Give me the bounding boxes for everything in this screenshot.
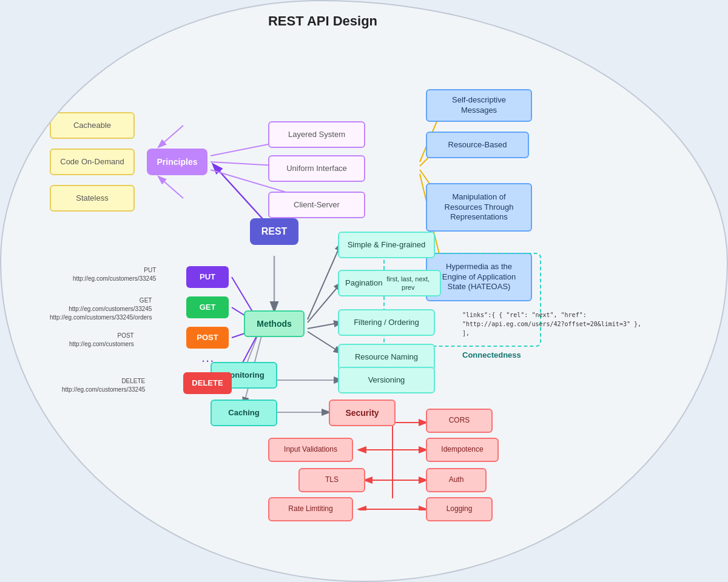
node-auth: Auth [426, 468, 487, 492]
node-principles: Principles [147, 149, 207, 175]
node-manipulation: Manipulation of Resources Through Repres… [426, 183, 532, 232]
get-url-label: GEThttp://eg.com/customers/33245http://e… [50, 296, 152, 322]
svg-line-15 [308, 332, 341, 353]
node-caching: Caching [211, 400, 277, 426]
node-pagination: Paginationfirst, last, next, prev [338, 270, 441, 296]
diagram-container: REST API Design [1, 1, 644, 510]
post-url-label: POSThttp://eg.com/customers [69, 332, 134, 349]
node-client-server: Client-Server [268, 192, 365, 218]
node-self-descriptive: Self-descriptive Messages [426, 89, 532, 122]
node-stateless: Stateless [50, 185, 135, 212]
node-cacheable: Cacheable [50, 112, 135, 139]
node-filtering-ordering: Filtering / Ordering [338, 309, 435, 336]
node-logging: Logging [426, 497, 493, 521]
node-cors: CORS [426, 409, 493, 433]
node-put-button[interactable]: PUT [186, 266, 229, 288]
connectedness-label: Connectedness [462, 350, 521, 360]
node-rest: REST [250, 218, 298, 245]
cloud-background: REST API Design [0, 0, 728, 582]
node-rate-limiting: Rate Limtiting [268, 497, 353, 521]
delete-url-label: DELETEhttp://eg.com/customers/33245 [62, 377, 145, 394]
node-methods: Methods [244, 310, 305, 337]
node-uniform-interface: Uniform Interface [268, 155, 365, 182]
node-security: Security [329, 400, 396, 426]
svg-line-7 [159, 177, 183, 198]
arrows-svg [1, 1, 644, 510]
node-tls: TLS [298, 468, 365, 492]
node-get-button[interactable]: GET [186, 296, 229, 318]
svg-line-12 [308, 244, 341, 319]
node-idempotence: Idempotence [426, 438, 499, 462]
node-layered-system: Layered System [268, 121, 365, 148]
node-post-button[interactable]: POST [186, 327, 229, 349]
dots-indicator: ··· [201, 353, 214, 369]
node-input-validations: Input Validations [268, 438, 353, 462]
svg-line-13 [308, 283, 341, 323]
node-delete-button[interactable]: DELETE [183, 372, 232, 394]
svg-line-14 [308, 323, 341, 329]
code-sample: "links":{ { "rel": "next", "href": "http… [462, 310, 644, 338]
node-versioning: Versioning [338, 367, 435, 393]
diagram-title: REST API Design [268, 13, 377, 29]
put-url-label: PUThttp://eg.com/customers/33245 [73, 266, 156, 283]
node-code-on-demand: Code On-Demand [50, 149, 135, 175]
svg-line-5 [159, 125, 183, 147]
node-simple-finegrained: Simple & Fine-grained [338, 232, 435, 258]
node-resource-based: Resource-Based [426, 132, 529, 158]
